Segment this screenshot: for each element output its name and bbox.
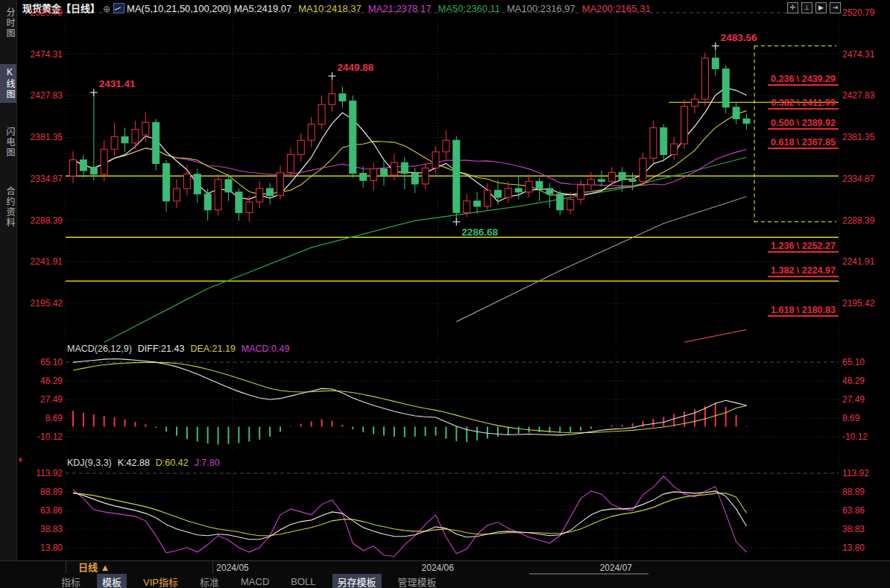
- candle-body[interactable]: [350, 101, 356, 173]
- candle-body[interactable]: [681, 107, 688, 144]
- popout-icon[interactable]: ⇥: [830, 2, 841, 13]
- axis-label: 46.29: [842, 376, 889, 385]
- candle-body[interactable]: [453, 140, 460, 212]
- candle-body[interactable]: [401, 162, 408, 173]
- candle-body[interactable]: [660, 127, 667, 154]
- time-axis-row: 日线 ▲ 2024/052024/062024/07: [0, 560, 890, 575]
- candle-body[interactable]: [163, 163, 170, 200]
- candle-body[interactable]: [640, 158, 646, 181]
- period-tab[interactable]: 日线 ▲: [66, 561, 213, 574]
- candle-body[interactable]: [153, 122, 160, 163]
- candle-body[interactable]: [339, 94, 346, 101]
- candle-body[interactable]: [225, 180, 232, 192]
- sidebar-item-3[interactable]: 闪电图: [0, 124, 16, 161]
- candle-body[interactable]: [443, 140, 449, 152]
- candle-body[interactable]: [608, 172, 615, 181]
- candle-body[interactable]: [308, 124, 315, 141]
- toolbar-item-标准[interactable]: 标准: [195, 574, 224, 588]
- candle-body[interactable]: [598, 180, 605, 181]
- candle-body[interactable]: [80, 160, 86, 171]
- kdj-k-line: [73, 491, 747, 540]
- candle-body[interactable]: [743, 118, 750, 123]
- mini-chart-icon: [113, 3, 124, 13]
- candle-body[interactable]: [246, 202, 253, 212]
- candle-body[interactable]: [671, 144, 678, 154]
- candle-body[interactable]: [256, 189, 263, 202]
- candle-body[interactable]: [588, 180, 595, 185]
- candle-body[interactable]: [474, 201, 481, 206]
- price-annotation: 2449.88: [338, 62, 374, 73]
- sidebar-item-4[interactable]: 合约资料: [0, 183, 16, 231]
- pan-icon[interactable]: ✛: [787, 2, 798, 13]
- candle-body[interactable]: [494, 190, 501, 197]
- sidebar-item-2[interactable]: K线图: [0, 64, 16, 103]
- sidebar-item-1[interactable]: 分时图: [0, 4, 16, 42]
- candle-body[interactable]: [485, 190, 491, 206]
- axis-label: 13.80: [25, 543, 63, 552]
- candle-body[interactable]: [411, 174, 418, 184]
- candle-body[interactable]: [183, 174, 190, 189]
- candle-body[interactable]: [101, 149, 107, 174]
- candle-body[interactable]: [650, 127, 657, 158]
- candle-body[interactable]: [174, 189, 180, 201]
- candle-body[interactable]: [381, 169, 388, 175]
- candle-body[interactable]: [722, 69, 729, 107]
- candle-body[interactable]: [712, 58, 719, 69]
- candle-body[interactable]: [505, 189, 511, 197]
- y-axis-zoom-icon[interactable]: ⊥: [801, 2, 812, 13]
- toolbar-item-另存模板[interactable]: 另存模板: [332, 574, 382, 588]
- toolbar-item-模板[interactable]: 模板: [97, 574, 127, 588]
- candle-body[interactable]: [464, 201, 470, 213]
- candle-body[interactable]: [432, 152, 439, 168]
- axis-label: 88.89: [25, 487, 63, 496]
- toolbar-item-管理模板[interactable]: 管理模板: [393, 574, 442, 588]
- alert-sun-icon[interactable]: ☀: [16, 455, 25, 465]
- ma-value: MA200:2165.31: [582, 3, 651, 14]
- ma200-line: [684, 329, 746, 342]
- candle-body[interactable]: [329, 94, 335, 104]
- candle-body[interactable]: [733, 107, 739, 119]
- candle-body[interactable]: [692, 99, 698, 107]
- candle-body[interactable]: [619, 172, 625, 180]
- toolbar-item-指标[interactable]: 指标: [56, 574, 86, 588]
- candle-body[interactable]: [90, 167, 97, 174]
- candle-body[interactable]: [370, 169, 377, 181]
- candle-body[interactable]: [297, 140, 304, 154]
- candle-body[interactable]: [318, 104, 325, 124]
- candle-body[interactable]: [236, 192, 242, 213]
- candle-body[interactable]: [701, 58, 708, 99]
- candle-body[interactable]: [526, 181, 532, 192]
- left-sidebar: 分时图K线图闪电图合约资料: [0, 0, 17, 560]
- axis-label: 2288.39: [25, 216, 63, 225]
- candle-body[interactable]: [267, 189, 274, 196]
- candle-body[interactable]: [557, 194, 564, 210]
- toolbar-item-BOLL[interactable]: BOLL: [285, 575, 321, 588]
- candle-body[interactable]: [360, 174, 367, 181]
- circle-plus-icon[interactable]: ⊕: [103, 4, 110, 14]
- candle-body[interactable]: [536, 181, 543, 189]
- candle-body[interactable]: [567, 199, 574, 209]
- candle-body[interactable]: [287, 154, 294, 172]
- candle-body[interactable]: [121, 136, 128, 142]
- candle-body[interactable]: [111, 136, 118, 149]
- axis-label: -10.12: [842, 432, 889, 441]
- candle-body[interactable]: [277, 172, 284, 195]
- candle-body[interactable]: [422, 168, 429, 184]
- candle-body[interactable]: [515, 189, 522, 192]
- candle-body[interactable]: [629, 180, 636, 181]
- candle-body[interactable]: [70, 160, 77, 177]
- axis-label: 63.86: [25, 506, 63, 515]
- toolbar-item-VIP指标[interactable]: VIP指标: [138, 574, 183, 588]
- candle-body[interactable]: [142, 122, 149, 135]
- candle-body[interactable]: [578, 185, 584, 199]
- x-axis-zoom-icon[interactable]: ▶: [815, 2, 827, 13]
- candle-body[interactable]: [215, 180, 221, 210]
- ma-params-label: MA(5,10,21,50,100,200): [127, 3, 231, 14]
- toolbar-item-MACD[interactable]: MACD: [236, 575, 274, 588]
- candle-body[interactable]: [391, 162, 397, 175]
- axis-label: 2427.83: [842, 91, 889, 100]
- candle-body[interactable]: [132, 130, 139, 143]
- candle-body[interactable]: [546, 189, 553, 194]
- candle-body[interactable]: [194, 174, 201, 194]
- candle-body[interactable]: [204, 194, 211, 210]
